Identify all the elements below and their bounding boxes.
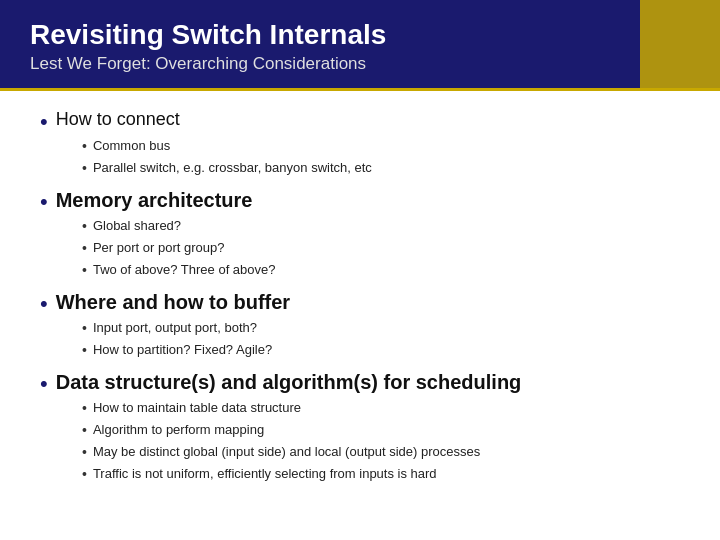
bullet-main-memory-architecture: •Memory architecture•Global shared?•Per … <box>40 189 680 281</box>
bullet-text-data-structure-and-algorithm: Data structure(s) and algorithm(s) for s… <box>56 371 522 394</box>
list-item: •Common bus <box>82 136 680 157</box>
sub-bullet-dot: • <box>82 216 87 237</box>
bullet-text-where-and-how-to-buffer: Where and how to buffer <box>56 291 290 314</box>
sub-bullet-dot: • <box>82 238 87 259</box>
list-item: •Traffic is not uniform, efficiently sel… <box>82 464 680 485</box>
slide-subtitle: Lest We Forget: Overarching Consideratio… <box>30 54 690 74</box>
bullet-label-row-data-structure-and-algorithm: •Data structure(s) and algorithm(s) for … <box>40 371 680 395</box>
list-item: •Input port, output port, both? <box>82 318 680 339</box>
header-accent <box>640 0 720 88</box>
sub-bullet-text: How to maintain table data structure <box>93 398 301 418</box>
bullet-label-row-memory-architecture: •Memory architecture <box>40 189 680 213</box>
sub-bullet-text: Common bus <box>93 136 170 156</box>
sub-bullet-text: Parallel switch, e.g. crossbar, banyon s… <box>93 158 372 178</box>
sub-bullet-dot: • <box>82 464 87 485</box>
slide: Revisiting Switch Internals Lest We Forg… <box>0 0 720 540</box>
sub-bullets-data-structure-and-algorithm: •How to maintain table data structure•Al… <box>82 398 680 485</box>
bullet-dot-where-and-how-to-buffer: • <box>40 293 48 315</box>
bullet-dot-memory-architecture: • <box>40 191 48 213</box>
sub-bullet-text: How to partition? Fixed? Agile? <box>93 340 272 360</box>
bullet-text-how-to-connect: How to connect <box>56 109 180 130</box>
sub-bullets-memory-architecture: •Global shared?•Per port or port group?•… <box>82 216 680 281</box>
bullet-label-row-how-to-connect: •How to connect <box>40 109 680 133</box>
slide-content: •How to connect•Common bus•Parallel swit… <box>0 91 720 505</box>
sub-bullets-where-and-how-to-buffer: •Input port, output port, both?•How to p… <box>82 318 680 361</box>
sub-bullet-text: Traffic is not uniform, efficiently sele… <box>93 464 437 484</box>
sub-bullet-text: Two of above? Three of above? <box>93 260 276 280</box>
sub-bullet-dot: • <box>82 318 87 339</box>
sub-bullet-dot: • <box>82 340 87 361</box>
slide-header: Revisiting Switch Internals Lest We Forg… <box>0 0 720 88</box>
list-item: •Global shared? <box>82 216 680 237</box>
sub-bullet-dot: • <box>82 158 87 179</box>
slide-title: Revisiting Switch Internals <box>30 18 690 52</box>
bullet-main-how-to-connect: •How to connect•Common bus•Parallel swit… <box>40 109 680 179</box>
list-item: •Per port or port group? <box>82 238 680 259</box>
list-item: •Two of above? Three of above? <box>82 260 680 281</box>
list-item: •May be distinct global (input side) and… <box>82 442 680 463</box>
sub-bullet-dot: • <box>82 398 87 419</box>
bullet-text-memory-architecture: Memory architecture <box>56 189 253 212</box>
bullet-main-where-and-how-to-buffer: •Where and how to buffer•Input port, out… <box>40 291 680 361</box>
bullet-main-data-structure-and-algorithm: •Data structure(s) and algorithm(s) for … <box>40 371 680 485</box>
sub-bullet-text: Algorithm to perform mapping <box>93 420 264 440</box>
sub-bullet-text: Global shared? <box>93 216 181 236</box>
sub-bullets-how-to-connect: •Common bus•Parallel switch, e.g. crossb… <box>82 136 680 179</box>
sub-bullet-dot: • <box>82 260 87 281</box>
bullet-label-row-where-and-how-to-buffer: •Where and how to buffer <box>40 291 680 315</box>
list-item: •Parallel switch, e.g. crossbar, banyon … <box>82 158 680 179</box>
list-item: •Algorithm to perform mapping <box>82 420 680 441</box>
bullet-dot-data-structure-and-algorithm: • <box>40 373 48 395</box>
sub-bullet-dot: • <box>82 136 87 157</box>
sub-bullet-text: Per port or port group? <box>93 238 225 258</box>
list-item: •How to maintain table data structure <box>82 398 680 419</box>
sub-bullet-dot: • <box>82 420 87 441</box>
sub-bullet-text: May be distinct global (input side) and … <box>93 442 480 462</box>
bullet-dot-how-to-connect: • <box>40 111 48 133</box>
sub-bullet-text: Input port, output port, both? <box>93 318 257 338</box>
sub-bullet-dot: • <box>82 442 87 463</box>
list-item: •How to partition? Fixed? Agile? <box>82 340 680 361</box>
